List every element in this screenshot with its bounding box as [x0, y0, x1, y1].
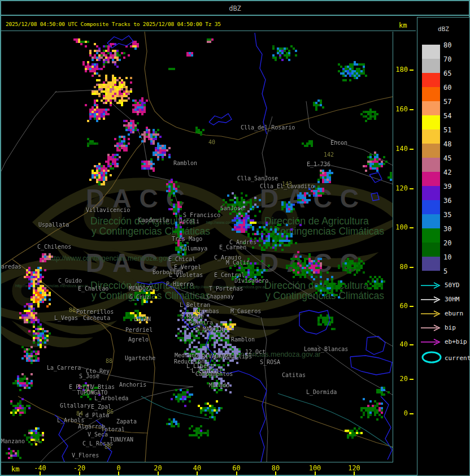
place-label-Palmira: Palmira	[189, 320, 213, 326]
place-label-Anchoris: Anchoris	[119, 382, 146, 388]
product-title: 2025/12/08 04:50:00 UTC Composite Tracks…	[6, 21, 221, 27]
place-label-Campamentos: Campamentos	[195, 371, 233, 377]
dbz-scale-color-80	[422, 45, 440, 59]
eburn-arrow-icon	[420, 309, 445, 323]
district-boundary-line	[255, 33, 267, 134]
dbz-scale-label: 36	[443, 197, 463, 204]
bottom-axis-tick	[354, 471, 355, 475]
place-label-TUNUYAN: TUNUYAN	[110, 437, 133, 443]
district-boundary-line	[209, 114, 232, 125]
legend-marker-label: 50YD	[445, 282, 460, 289]
right-axis-tick-label: 20	[393, 375, 408, 383]
district-boundary-line	[350, 356, 392, 375]
place-label-Lomas_Blancas: Lomas_Blancas	[304, 347, 348, 352]
place-label-S_Francisco: S_Francisco	[183, 213, 220, 218]
legend-marker-eb+bip: eb+bip	[417, 337, 469, 352]
place-label-Medrano: Medrano	[175, 353, 198, 358]
right-axis-tick-label: 180	[393, 66, 408, 73]
dbz-scale-color-36	[422, 200, 440, 214]
legend-panel: dBZ 807065605754514845423936353020105 50…	[417, 17, 470, 476]
dbz-scale-label: 80	[443, 42, 463, 49]
place-label-V_Seca: V_Seca	[88, 432, 108, 438]
place-label-E_1-736: E_1-736	[307, 162, 330, 167]
route-number-label: 86	[105, 444, 111, 450]
title-bar: 2025/12/08 04:50:00 UTC Composite Tracks…	[1, 17, 416, 31]
place-label-MENDOZA: MENDOZA	[129, 286, 153, 292]
dbz-scale-color-54	[422, 115, 440, 129]
dbz-scale-color-10	[422, 257, 440, 271]
dbz-scale-label: 54	[443, 112, 463, 119]
place-label-La_Carrera: La_Carrera	[47, 365, 81, 371]
dbz-scale-color-48	[422, 144, 440, 158]
bottom-axis-tick	[236, 471, 237, 475]
place-label-P_Hierro: P_Hierro	[166, 282, 193, 287]
right-axis-tick-label: 40	[393, 341, 408, 348]
right-axis-tick	[410, 109, 414, 110]
bottom-axis-tick	[79, 471, 80, 475]
bottom-axis-unit: km	[11, 465, 19, 473]
dbz-scale-label: 57	[443, 98, 463, 105]
place-label-Clla_del_Rosario: Clla_del_Rosario	[241, 125, 295, 131]
dbz-scale-label: 5	[443, 268, 463, 275]
place-label-Clla_SanJose: Clla_SanJose	[237, 176, 278, 181]
dbz-scale-color-35	[422, 214, 440, 228]
right-axis-tick	[410, 149, 414, 150]
bottom-axis-tick	[40, 471, 41, 475]
place-label-LUJAN: LUJAN	[134, 317, 151, 322]
place-label-Chapanay: Chapanay	[207, 294, 234, 300]
place-label-S_Jose: S_Jose	[79, 374, 99, 379]
right-axis-tick-label: 160	[393, 106, 408, 113]
route-number-label: 88	[69, 308, 76, 313]
dbz-scale-label: 65	[443, 70, 463, 77]
river-line	[141, 396, 209, 419]
right-axis-tick-label: 140	[393, 145, 408, 153]
dbz-scale-label: 20	[443, 240, 463, 246]
district-boundary-line	[107, 36, 133, 48]
place-label-Ugarteche: Ugarteche	[125, 356, 155, 361]
place-label-L_Vegas: L_Vegas	[54, 315, 78, 321]
place-label-Mirado: Mirado	[209, 383, 229, 388]
dbz-scale-color-65	[422, 73, 440, 87]
place-label-L_Arbols: L_Arbols	[57, 418, 84, 423]
legend-marker-label: current	[445, 354, 470, 362]
dbz-scale-color-57	[422, 101, 440, 115]
place-label-G_Cruz: G_Cruz	[129, 295, 150, 300]
place-label-Totoral: Totoral	[101, 427, 125, 432]
place-label-Ramblon: Ramblon	[173, 161, 197, 166]
place-label-Cacheuta: Cacheuta	[83, 315, 110, 321]
place-label-Encon: Encon	[330, 140, 347, 146]
dbz-scale-label: 30	[443, 226, 463, 232]
legend-marker-eburn: eburn	[417, 309, 469, 323]
legend-marker-current: current	[417, 352, 469, 366]
place-label-Gltallary: Gltallary	[60, 403, 90, 409]
dbz-scale-color-39	[422, 186, 440, 200]
place-label-aredas: aredas	[1, 264, 21, 270]
river-line	[278, 393, 393, 448]
dbz-scale-label: 35	[443, 211, 463, 218]
place-label-Uspallata: Uspallata	[38, 222, 69, 228]
right-axis-tick-label: 0	[393, 410, 408, 417]
bottom-axis-tick	[275, 471, 276, 475]
radar-map-area: DACCDirección de Agriculturay Contingenc…	[1, 32, 393, 462]
right-axis-tick-label: 120	[393, 185, 408, 192]
dbz-scale-label: 45	[443, 155, 463, 162]
right-axis-tick	[410, 306, 414, 307]
right-axis-tick	[410, 413, 414, 414]
place-label-T_Porteñas: T_Porteñas	[209, 286, 243, 292]
place-label-L_Violetas: L_Violetas	[169, 272, 203, 278]
place-label-Potrerillos: Potrerillos	[76, 309, 114, 315]
right-axis-tick-label: 60	[393, 302, 408, 310]
dbz-scale-label: 42	[443, 169, 463, 176]
bottom-axis-tick	[158, 471, 159, 475]
place-label-V_Flores: V_Flores	[72, 453, 99, 458]
dbz-scale-label: 39	[443, 183, 463, 190]
place-label-Manzano: Manzano	[1, 439, 25, 444]
right-axis-tick	[410, 267, 414, 268]
dbz-scale-label: 10	[443, 254, 463, 261]
dbz-scale-label: 70	[443, 56, 463, 63]
legend-title: dBZ	[417, 25, 469, 33]
dbz-scale-color-20	[422, 243, 440, 257]
district-boundary-line	[369, 172, 382, 183]
right-axis-tick-label: 100	[393, 224, 408, 231]
district-boundary-line	[371, 193, 379, 201]
